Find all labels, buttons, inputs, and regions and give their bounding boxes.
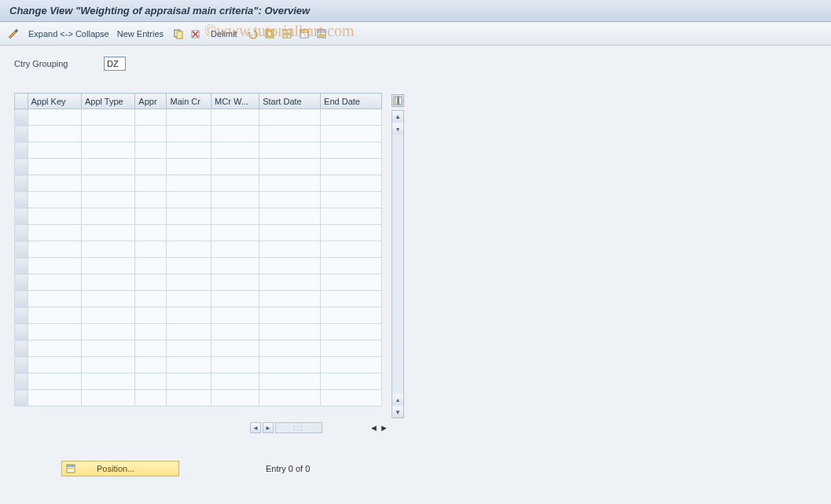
column-header[interactable]: Appl Type <box>81 94 134 109</box>
grid-cell[interactable] <box>28 225 81 241</box>
row-selector[interactable] <box>15 258 28 274</box>
grid-cell[interactable] <box>28 175 81 192</box>
grid-cell[interactable] <box>167 390 211 407</box>
row-selector[interactable] <box>15 126 28 142</box>
grid-cell[interactable] <box>28 324 81 340</box>
grid-cell[interactable] <box>259 192 321 208</box>
grid-cell[interactable] <box>259 208 321 225</box>
column-header[interactable]: Main Cr <box>167 94 211 109</box>
grid-cell[interactable] <box>81 192 134 208</box>
grid-cell[interactable] <box>211 307 259 324</box>
grid-cell[interactable] <box>167 307 211 324</box>
table-settings-icon[interactable] <box>297 27 311 41</box>
grid-cell[interactable] <box>211 357 259 373</box>
column-header[interactable]: MCr W... <box>211 94 259 109</box>
grid-cell[interactable] <box>81 241 134 258</box>
grid-cell[interactable] <box>211 208 259 225</box>
grid-cell[interactable] <box>321 192 382 208</box>
grid-cell[interactable] <box>81 126 134 142</box>
grid-cell[interactable] <box>167 291 211 307</box>
grid-cell[interactable] <box>321 208 382 225</box>
select-all-rows[interactable] <box>15 94 28 109</box>
grid-cell[interactable] <box>135 142 167 159</box>
grid-cell[interactable] <box>259 258 321 274</box>
grid-cell[interactable] <box>321 241 382 258</box>
row-selector[interactable] <box>15 208 28 225</box>
scroll-last-icon[interactable]: ► <box>380 423 388 432</box>
row-selector[interactable] <box>15 274 28 291</box>
toggle-display-icon[interactable] <box>6 27 20 41</box>
row-selector[interactable] <box>15 373 28 390</box>
scroll-down-icon[interactable]: ▼ <box>392 407 403 418</box>
grid-cell[interactable] <box>167 208 211 225</box>
grid-cell[interactable] <box>81 175 134 192</box>
grid-cell[interactable] <box>321 159 382 175</box>
grid-cell[interactable] <box>321 324 382 340</box>
grid-cell[interactable] <box>28 373 81 390</box>
grid-cell[interactable] <box>321 175 382 192</box>
grid-cell[interactable] <box>321 357 382 373</box>
scroll-left-icon[interactable]: ◄ <box>250 422 261 433</box>
grid-cell[interactable] <box>211 390 259 407</box>
grid-cell[interactable] <box>259 291 321 307</box>
column-header[interactable]: Appl Key <box>28 94 81 109</box>
row-selector[interactable] <box>15 159 28 175</box>
grid-cell[interactable] <box>211 258 259 274</box>
grid-cell[interactable] <box>81 291 134 307</box>
grid-cell[interactable] <box>259 324 321 340</box>
grid-cell[interactable] <box>81 159 134 175</box>
grid-cell[interactable] <box>321 142 382 159</box>
grid-cell[interactable] <box>167 258 211 274</box>
grid-cell[interactable] <box>259 307 321 324</box>
grid-cell[interactable] <box>135 258 167 274</box>
grid-cell[interactable] <box>81 373 134 390</box>
grid-cell[interactable] <box>28 291 81 307</box>
grid-cell[interactable] <box>135 390 167 407</box>
grid-cell[interactable] <box>135 307 167 324</box>
grid-cell[interactable] <box>135 373 167 390</box>
grid-cell[interactable] <box>211 340 259 357</box>
grid-cell[interactable] <box>321 109 382 126</box>
grid-cell[interactable] <box>81 258 134 274</box>
grid-cell[interactable] <box>81 208 134 225</box>
row-selector[interactable] <box>15 225 28 241</box>
row-selector[interactable] <box>15 340 28 357</box>
grid-cell[interactable] <box>81 307 134 324</box>
row-selector[interactable] <box>15 390 28 407</box>
select-all-icon[interactable] <box>263 27 277 41</box>
grid-cell[interactable] <box>211 175 259 192</box>
grid-cell[interactable] <box>259 373 321 390</box>
grid-cell[interactable] <box>135 109 167 126</box>
row-selector[interactable] <box>15 109 28 126</box>
grid-cell[interactable] <box>28 241 81 258</box>
grid-cell[interactable] <box>321 291 382 307</box>
country-grouping-input[interactable]: DZ <box>104 57 126 71</box>
grid-cell[interactable] <box>259 357 321 373</box>
grid-cell[interactable] <box>167 357 211 373</box>
column-header[interactable]: End Date <box>321 94 382 109</box>
grid-cell[interactable] <box>167 109 211 126</box>
hscroll-track[interactable]: ::: <box>275 422 322 433</box>
grid-cell[interactable] <box>167 142 211 159</box>
grid-cell[interactable] <box>259 142 321 159</box>
grid-cell[interactable] <box>81 109 134 126</box>
deselect-all-icon[interactable] <box>280 27 294 41</box>
grid-cell[interactable] <box>167 274 211 291</box>
scroll-up-step-icon[interactable]: ▾ <box>392 123 403 134</box>
grid-cell[interactable] <box>321 307 382 324</box>
print-icon[interactable] <box>314 27 329 41</box>
grid-cell[interactable] <box>167 340 211 357</box>
grid-cell[interactable] <box>167 324 211 340</box>
grid-cell[interactable] <box>259 274 321 291</box>
grid-cell[interactable] <box>259 175 321 192</box>
scroll-right-icon[interactable]: ► <box>263 422 274 433</box>
grid-cell[interactable] <box>211 109 259 126</box>
copy-icon[interactable] <box>171 27 186 41</box>
grid-cell[interactable] <box>135 241 167 258</box>
grid-cell[interactable] <box>321 258 382 274</box>
grid-cell[interactable] <box>259 159 321 175</box>
grid-cell[interactable] <box>28 307 81 324</box>
grid-cell[interactable] <box>211 241 259 258</box>
grid-cell[interactable] <box>81 274 134 291</box>
grid-cell[interactable] <box>211 291 259 307</box>
